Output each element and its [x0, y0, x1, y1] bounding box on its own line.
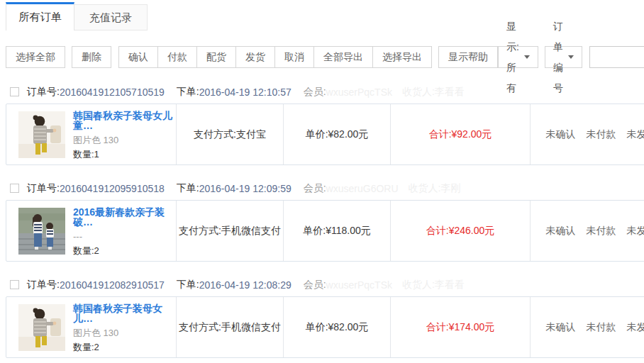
tab-bar: 所有订单 充值记录 — [0, 0, 644, 30]
order-no-value: 2016041912082910517 — [60, 279, 165, 291]
status-unpaid: 未付款 — [587, 321, 616, 334]
display-filter-label: 显示:所有 — [506, 16, 519, 99]
receiver-value: 收货人:李刚 — [409, 182, 461, 195]
status-unpaid: 未付款 — [587, 225, 616, 238]
product-title-link[interactable]: 韩国春秋亲子装母女儿… — [73, 303, 176, 323]
product-quantity: 数量:2 — [73, 246, 176, 255]
unit-price-cell: 单价:¥82.00元 — [283, 297, 390, 357]
toolbar: 选择全部 删除 确认 付款 配货 发货 取消 全部导出 选择导出 显示帮助 显示… — [0, 46, 644, 68]
search-type-label: 订单编号 — [553, 16, 563, 99]
order-row: 韩国春秋亲子装母女儿童… 图片色 130 数量:1 支付方式:支付宝 单价:¥8… — [6, 104, 644, 165]
status-unconfirmed: 未确认 — [546, 321, 576, 334]
ship-button[interactable]: 发货 — [235, 46, 275, 68]
product-quantity: 数量:2 — [73, 342, 176, 352]
product-spec: --- — [73, 232, 176, 241]
receiver-value: 收货人:李看看 — [402, 86, 465, 99]
order-checkbox[interactable] — [10, 87, 19, 96]
status-cell: 未确认 未付款 未发货 — [530, 201, 644, 261]
status-unconfirmed: 未确认 — [546, 225, 576, 238]
order-header: 订单号:2016041912105710519 下单:2016-04-19 12… — [0, 80, 644, 104]
placed-value: 2016-04-19 12:09:59 — [199, 183, 292, 194]
order-no-value: 2016041912095910518 — [60, 183, 165, 194]
select-all-button[interactable]: 选择全部 — [6, 46, 65, 68]
status-unshipped: 未发货 — [627, 225, 644, 238]
status-cell: 未确认 未付款 未发货 — [530, 297, 644, 357]
member-label: 会员: — [304, 182, 326, 195]
product-spec: 图片色 130 — [73, 135, 176, 145]
payment-method-cell: 支付方式:手机微信支付 — [176, 297, 283, 357]
member-value: wxuserPqcTSk — [326, 279, 392, 291]
pay-button[interactable]: 付款 — [157, 46, 197, 68]
show-help-button[interactable]: 显示帮助 — [438, 46, 498, 68]
product-title-link[interactable]: 2016最新春款亲子装破… — [73, 207, 176, 227]
order-checkbox[interactable] — [10, 280, 19, 289]
member-label: 会员: — [304, 86, 326, 99]
placed-value: 2016-04-19 12:08:29 — [199, 279, 292, 291]
product-thumbnail — [18, 304, 65, 351]
unit-price-cell: 单价:¥82.00元 — [283, 104, 390, 164]
total-price-cell: 合计:¥174.00元 — [390, 297, 530, 357]
tab-recharge-records[interactable]: 充值记录 — [74, 4, 148, 30]
chevron-down-icon — [524, 55, 530, 59]
payment-method-cell: 支付方式:支付宝 — [176, 104, 283, 164]
product-info: 韩国春秋亲子装母女儿… 图片色 130 数量:2 — [73, 303, 176, 352]
allocate-button[interactable]: 配货 — [196, 46, 236, 68]
placed-label: 下单: — [177, 86, 199, 99]
search-input[interactable] — [589, 46, 644, 68]
order-no-label: 订单号: — [27, 182, 60, 195]
order-header: 订单号:2016041912082910517 下单:2016-04-19 12… — [0, 273, 644, 296]
delete-button[interactable]: 删除 — [72, 46, 111, 68]
product-info: 韩国春秋亲子装母女儿童… 图片色 130 数量:1 — [73, 111, 176, 159]
tab-all-orders[interactable]: 所有订单 — [6, 2, 74, 30]
product-cell: 2016最新春款亲子装破… --- 数量:2 — [6, 201, 176, 261]
status-unconfirmed: 未确认 — [546, 128, 576, 141]
confirm-button[interactable]: 确认 — [118, 46, 158, 68]
placed-label: 下单: — [177, 182, 199, 195]
order-checkbox[interactable] — [10, 184, 19, 193]
receiver-value: 收货人:李看看 — [402, 279, 465, 291]
chevron-down-icon — [568, 55, 574, 59]
product-cell: 韩国春秋亲子装母女儿… 图片色 130 数量:2 — [6, 297, 176, 357]
status-unshipped: 未发货 — [627, 321, 644, 334]
status-unpaid: 未付款 — [587, 128, 616, 141]
member-label: 会员: — [304, 279, 326, 291]
search-type-dropdown[interactable]: 订单编号 — [545, 46, 582, 68]
action-button-group: 确认 付款 配货 发货 取消 全部导出 选择导出 — [118, 46, 432, 68]
order-no-label: 订单号: — [27, 86, 60, 99]
payment-method-cell: 支付方式:手机微信支付 — [176, 201, 283, 261]
order-no-label: 订单号: — [27, 279, 60, 291]
export-all-button[interactable]: 全部导出 — [313, 46, 373, 68]
product-thumbnail — [18, 111, 65, 158]
export-selected-button[interactable]: 选择导出 — [372, 46, 432, 68]
placed-value: 2016-04-19 12:10:57 — [199, 86, 292, 98]
placed-label: 下单: — [177, 279, 199, 291]
product-cell: 韩国春秋亲子装母女儿童… 图片色 130 数量:1 — [6, 104, 176, 164]
total-price-cell: 合计:¥92.00元 — [390, 104, 530, 164]
order-no-value: 2016041912105710519 — [60, 86, 165, 98]
product-spec: 图片色 130 — [73, 328, 176, 337]
cancel-button[interactable]: 取消 — [274, 46, 314, 68]
unit-price-cell: 单价:¥118.00元 — [283, 201, 390, 261]
product-quantity: 数量:1 — [73, 150, 176, 159]
product-title-link[interactable]: 韩国春秋亲子装母女儿童… — [73, 111, 176, 130]
status-cell: 未确认 未付款 未发货 — [530, 104, 644, 164]
product-thumbnail — [18, 208, 65, 255]
order-header: 订单号:2016041912095910518 下单:2016-04-19 12… — [0, 177, 644, 200]
order-row: 2016最新春款亲子装破… --- 数量:2 支付方式:手机微信支付 单价:¥1… — [6, 200, 644, 262]
member-value: wxuseruG6ORU — [326, 183, 399, 194]
order-row: 韩国春秋亲子装母女儿… 图片色 130 数量:2 支付方式:手机微信支付 单价:… — [6, 296, 644, 358]
display-filter-dropdown[interactable]: 显示:所有 — [498, 46, 538, 68]
member-value: wxuserPqcTSk — [326, 86, 392, 98]
total-price-cell: 合计:¥246.00元 — [390, 201, 530, 261]
product-info: 2016最新春款亲子装破… --- 数量:2 — [73, 207, 176, 255]
status-unshipped: 未发货 — [627, 128, 644, 141]
